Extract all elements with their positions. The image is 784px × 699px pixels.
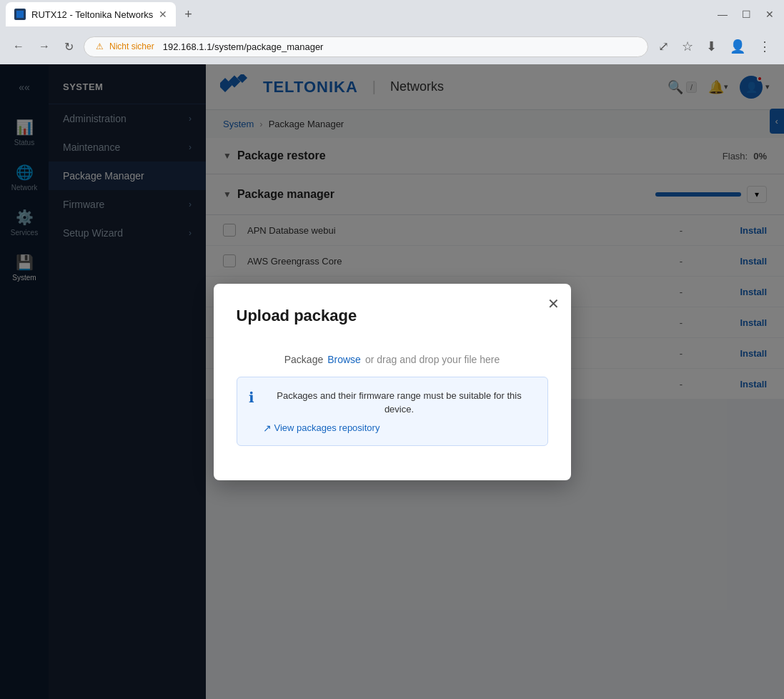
bookmark-button[interactable]: ☆ (678, 36, 698, 57)
tab-close-button[interactable]: ✕ (159, 9, 167, 20)
address-bar[interactable]: 192.168.1.1/system/package_manager (163, 41, 324, 52)
info-text: Packages and their firmware range must b… (263, 389, 536, 417)
package-text: Package (284, 354, 323, 365)
upload-area: Package Browse or drag and drop your fil… (237, 342, 548, 457)
download-button[interactable]: ⬇ (702, 36, 721, 57)
tab-title: RUTX12 - Teltonika Networks (31, 9, 153, 20)
security-label: Nicht sicher (109, 41, 154, 51)
profile-button[interactable]: 👤 (725, 36, 750, 57)
svg-rect-0 (16, 11, 24, 18)
info-icon: ℹ (249, 389, 254, 406)
modal-close-button[interactable]: ✕ (547, 295, 560, 312)
reload-button[interactable]: ↻ (60, 37, 78, 56)
upload-label: Package Browse or drag and drop your fil… (237, 354, 548, 365)
forward-button[interactable]: → (34, 37, 54, 56)
browser-tab[interactable]: RUTX12 - Teltonika Networks ✕ (6, 2, 176, 26)
modal-title: Upload package (237, 307, 548, 325)
new-tab-button[interactable]: + (179, 4, 198, 25)
modal-overlay[interactable]: Upload package ✕ Package Browse or drag … (0, 64, 784, 699)
drop-text: or drag and drop your file here (365, 354, 500, 365)
upload-package-modal: Upload package ✕ Package Browse or drag … (214, 284, 571, 480)
tab-favicon (14, 9, 26, 20)
security-icon: ⚠ (96, 41, 104, 51)
external-link-icon: ↗ (263, 422, 272, 434)
back-button[interactable]: ← (9, 37, 29, 56)
view-repo-link[interactable]: ↗ View packages repository (263, 422, 536, 434)
browse-button[interactable]: Browse (327, 354, 361, 365)
repo-link-text: View packages repository (274, 422, 380, 433)
window-maximize-button[interactable]: ☐ (738, 6, 755, 23)
window-close-button[interactable]: ✕ (761, 6, 778, 23)
window-minimize-button[interactable]: — (713, 6, 732, 23)
menu-button[interactable]: ⋮ (754, 36, 775, 57)
translate-button[interactable]: ⤢ (654, 36, 673, 57)
info-box: ℹ Packages and their firmware range must… (237, 377, 548, 446)
